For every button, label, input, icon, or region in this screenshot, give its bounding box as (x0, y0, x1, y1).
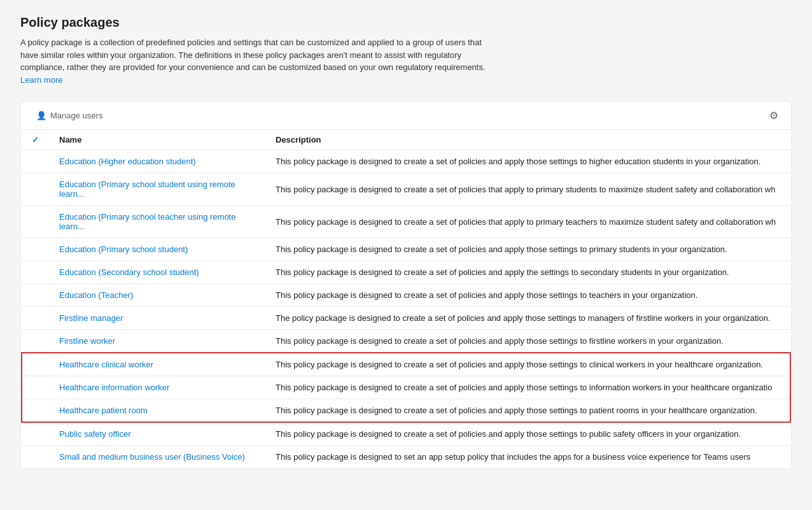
toolbar: 👤 Manage users ⚙ (21, 102, 791, 130)
row-description-cell: This policy package is designed to creat… (265, 206, 790, 238)
row-check-cell[interactable] (22, 206, 49, 238)
settings-button[interactable]: ⚙ (767, 107, 781, 124)
row-name-link[interactable]: Firstline manager (59, 313, 123, 323)
row-name-link[interactable]: Public safety officer (59, 429, 130, 439)
row-name-cell: Education (Teacher) (49, 284, 265, 307)
row-description-cell: This policy package is designed to creat… (265, 238, 790, 261)
col-header-description: Description (265, 130, 790, 150)
row-name-cell: Public safety officer (49, 422, 265, 446)
row-check-cell[interactable] (22, 284, 49, 307)
row-check-cell[interactable] (22, 261, 49, 284)
row-name-link[interactable]: Healthcare patient room (59, 406, 148, 415)
row-description-cell: This policy package is designed to creat… (265, 173, 790, 206)
table-row[interactable]: Education (Primary school student)This p… (22, 238, 790, 261)
row-check-cell[interactable] (22, 376, 49, 399)
row-check-cell[interactable] (22, 399, 49, 423)
row-name-cell: Small and medium business user (Business… (49, 446, 265, 469)
table-row[interactable]: Education (Secondary school student)This… (22, 261, 790, 284)
row-name-cell: Education (Primary school student using … (49, 173, 265, 206)
table-row[interactable]: Healthcare clinical workerThis policy pa… (22, 353, 790, 376)
row-name-link[interactable]: Healthcare information worker (59, 383, 169, 392)
row-description-cell: This policy package is designed to creat… (265, 330, 790, 353)
row-check-cell[interactable] (22, 150, 49, 173)
row-description-cell: This policy package is designed to creat… (265, 284, 790, 307)
row-description-cell: This policy package is designed to creat… (265, 399, 790, 423)
check-icon: ✓ (32, 135, 39, 145)
row-name-link[interactable]: Education (Secondary school student) (59, 267, 199, 277)
manage-users-icon: 👤 (36, 111, 46, 120)
row-name-cell: Education (Higher education student) (49, 150, 265, 173)
col-header-check: ✓ (22, 130, 49, 150)
row-check-cell[interactable] (22, 330, 49, 353)
row-name-link[interactable]: Education (Primary school teacher using … (59, 212, 235, 231)
row-name-link[interactable]: Education (Higher education student) (59, 157, 196, 166)
row-check-cell[interactable] (22, 422, 49, 446)
table-row[interactable]: Healthcare information workerThis policy… (22, 376, 790, 399)
row-name-link[interactable]: Small and medium business user (Business… (59, 452, 245, 462)
table-row[interactable]: Education (Primary school teacher using … (22, 206, 790, 238)
row-name-cell: Firstline worker (49, 330, 265, 353)
row-name-link[interactable]: Healthcare clinical worker (59, 360, 153, 369)
table-row[interactable]: Healthcare patient roomThis policy packa… (22, 399, 790, 423)
row-name-cell: Education (Primary school teacher using … (49, 206, 265, 238)
row-check-cell[interactable] (22, 307, 49, 330)
table-row[interactable]: Firstline workerThis policy package is d… (22, 330, 790, 353)
policy-table-container: 👤 Manage users ⚙ ✓ Name Description Educ… (20, 101, 792, 469)
row-name-cell: Healthcare information worker (49, 376, 265, 399)
row-name-cell: Education (Primary school student) (49, 238, 265, 261)
page-description: A policy package is a collection of pred… (20, 36, 491, 86)
learn-more-link[interactable]: Learn more (20, 75, 62, 85)
row-description-cell: This policy package is designed to set a… (265, 446, 790, 469)
gear-icon: ⚙ (769, 110, 778, 121)
table-row[interactable]: Education (Teacher)This policy package i… (22, 284, 790, 307)
row-name-link[interactable]: Education (Primary school student using … (59, 180, 235, 199)
row-check-cell[interactable] (22, 446, 49, 469)
manage-users-button[interactable]: 👤 Manage users (31, 108, 108, 123)
row-description-cell: This policy package is designed to creat… (265, 353, 790, 376)
row-description-cell: This policy package is designed to creat… (265, 422, 790, 446)
table-row[interactable]: Public safety officerThis policy package… (22, 422, 790, 446)
row-description-cell: This policy package is designed to creat… (265, 376, 790, 399)
table-header-row: ✓ Name Description (22, 130, 790, 150)
row-name-link[interactable]: Education (Primary school student) (59, 244, 188, 254)
page-title: Policy packages (20, 15, 792, 30)
table-body: Education (Higher education student)This… (22, 150, 790, 469)
row-name-cell: Healthcare clinical worker (49, 353, 265, 376)
row-name-link[interactable]: Firstline worker (59, 336, 115, 346)
row-check-cell[interactable] (22, 238, 49, 261)
policy-table: ✓ Name Description Education (Higher edu… (21, 130, 791, 468)
row-description-cell: This policy package is designed to creat… (265, 261, 790, 284)
row-check-cell[interactable] (22, 173, 49, 206)
table-row[interactable]: Education (Higher education student)This… (22, 150, 790, 173)
row-name-cell: Healthcare patient room (49, 399, 265, 423)
manage-users-label: Manage users (50, 111, 102, 120)
description-text: A policy package is a collection of pred… (20, 38, 486, 72)
row-description-cell: This policy package is designed to creat… (265, 150, 790, 173)
table-row[interactable]: Small and medium business user (Business… (22, 446, 790, 469)
table-row[interactable]: Firstline managerThe policy package is d… (22, 307, 790, 330)
row-name-cell: Firstline manager (49, 307, 265, 330)
row-description-cell: The policy package is designed to create… (265, 307, 790, 330)
col-header-name: Name (49, 130, 265, 150)
row-name-cell: Education (Secondary school student) (49, 261, 265, 284)
table-row[interactable]: Education (Primary school student using … (22, 173, 790, 206)
row-name-link[interactable]: Education (Teacher) (59, 290, 133, 300)
row-check-cell[interactable] (22, 353, 49, 376)
